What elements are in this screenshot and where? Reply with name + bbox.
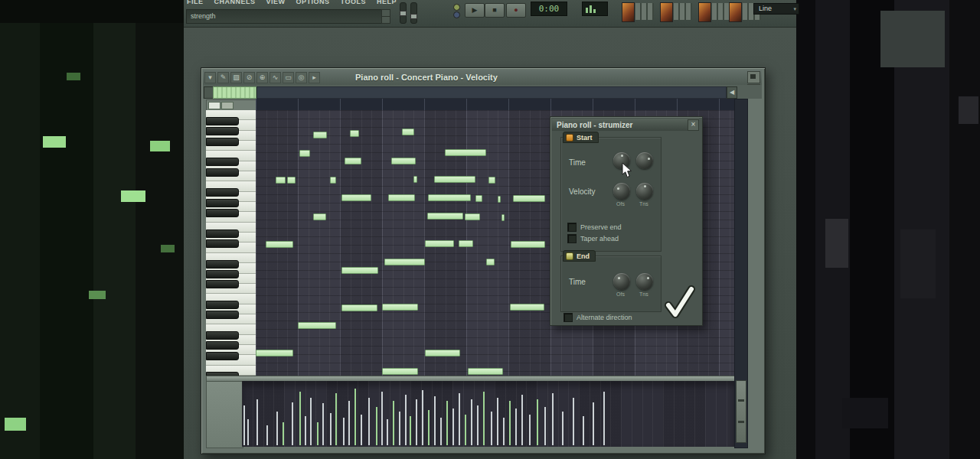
note[interactable]: [330, 177, 336, 184]
piano-key-black[interactable]: [206, 158, 239, 166]
note[interactable]: [402, 129, 414, 135]
piano-key-black[interactable]: [206, 230, 239, 238]
play-button[interactable]: ▶: [465, 3, 485, 18]
note[interactable]: [413, 176, 417, 183]
piano-key-black[interactable]: [206, 270, 239, 278]
note[interactable]: [498, 196, 501, 203]
note[interactable]: [510, 304, 544, 311]
note[interactable]: [513, 195, 545, 202]
note[interactable]: [488, 177, 495, 184]
note[interactable]: [299, 150, 310, 157]
timeline-ruler[interactable]: [256, 99, 734, 111]
main-pitch-slider[interactable]: [410, 2, 417, 24]
note[interactable]: [501, 214, 505, 221]
menu-item-help[interactable]: HELP: [377, 0, 397, 6]
note[interactable]: [382, 304, 418, 311]
horizontal-zoom-slider[interactable]: [213, 86, 256, 99]
note[interactable]: [276, 177, 286, 184]
menu-item-tools[interactable]: TOOLS: [341, 0, 366, 6]
snap-selector[interactable]: Line ▾: [753, 3, 799, 15]
piano-key-black[interactable]: [206, 199, 239, 207]
preserve-end-checkbox[interactable]: Preserve end: [567, 223, 622, 232]
note[interactable]: [287, 177, 296, 184]
note[interactable]: [341, 304, 377, 311]
slice-tool-icon[interactable]: ∿: [270, 72, 281, 83]
main-volume-slider[interactable]: [400, 2, 407, 24]
note[interactable]: [382, 368, 418, 375]
paint-tool-icon[interactable]: ▨: [230, 72, 242, 83]
draw-tool-icon[interactable]: ✎: [217, 72, 229, 83]
stop-button[interactable]: ■: [485, 3, 505, 18]
note[interactable]: [341, 194, 371, 201]
menu-item-view[interactable]: VIEW: [266, 0, 286, 6]
piano-roll-titlebar[interactable]: ▾✎▨⊘⊕∿▭◎▸ Piano roll - Concert Piano - V…: [203, 70, 762, 85]
shortcut-cluster-stepseq[interactable]: [660, 2, 694, 22]
menu-icon[interactable]: ▾: [204, 72, 216, 83]
note[interactable]: [425, 240, 454, 247]
start-time-tension-knob[interactable]: [636, 152, 653, 169]
end-time-tension-knob[interactable]: [636, 273, 653, 290]
zoom-tool-icon[interactable]: ◎: [296, 72, 307, 83]
piano-key-black[interactable]: [206, 301, 239, 309]
strumizer-titlebar[interactable]: Piano roll - strumizer: [552, 119, 699, 131]
piano-key-black[interactable]: [206, 311, 239, 319]
menu-item-channels[interactable]: CHANNELS: [214, 0, 256, 6]
horizontal-scrollbar[interactable]: [256, 86, 727, 99]
note[interactable]: [345, 158, 361, 164]
note[interactable]: [486, 259, 495, 265]
accept-button[interactable]: [662, 285, 696, 319]
end-time-offset-knob[interactable]: [613, 273, 630, 290]
song-mode-led[interactable]: [453, 11, 460, 18]
close-icon[interactable]: ×: [688, 119, 699, 131]
piano-key-black[interactable]: [206, 209, 239, 217]
control-lane-selector[interactable]: [206, 381, 243, 448]
menu-item-options[interactable]: OPTIONS: [296, 0, 330, 6]
scroll-right-button[interactable]: ◀: [727, 86, 737, 99]
pattern-mode-led[interactable]: [453, 4, 460, 11]
piano-key-black[interactable]: [206, 341, 239, 350]
piano-key-black[interactable]: [206, 260, 239, 269]
mute-tool-icon[interactable]: ⊕: [256, 72, 268, 83]
alternate-direction-checkbox[interactable]: Alternate direction: [564, 313, 632, 322]
note[interactable]: [465, 213, 480, 220]
select-tool-icon[interactable]: ▭: [283, 72, 294, 83]
hint-side-button2[interactable]: [381, 16, 390, 24]
piano-key-black[interactable]: [206, 280, 239, 288]
piano-key-black[interactable]: [206, 188, 239, 197]
note[interactable]: [313, 213, 326, 220]
taper-ahead-checkbox[interactable]: Taper ahead: [567, 234, 619, 243]
piano-key-black[interactable]: [206, 117, 239, 125]
note[interactable]: [459, 240, 473, 247]
note[interactable]: [428, 194, 471, 201]
note[interactable]: [313, 132, 327, 138]
note[interactable]: [434, 176, 475, 183]
velocity-lane[interactable]: [242, 381, 734, 447]
note[interactable]: [511, 241, 545, 248]
vertical-scrollbar-handle[interactable]: [736, 380, 746, 443]
note[interactable]: [445, 149, 486, 156]
note[interactable]: [427, 213, 463, 220]
note[interactable]: [341, 267, 378, 274]
shortcut-cluster-pianoroll[interactable]: [698, 2, 732, 22]
piano-key-black[interactable]: [206, 138, 239, 146]
record-button[interactable]: ●: [506, 3, 526, 18]
piano-key-black[interactable]: [206, 331, 239, 340]
note[interactable]: [298, 322, 336, 329]
delete-tool-icon[interactable]: ⊘: [243, 72, 255, 83]
menu-item-file[interactable]: FILE: [187, 0, 204, 6]
piano-key-black[interactable]: [206, 168, 239, 177]
vertical-scrollbar[interactable]: [734, 99, 748, 448]
note[interactable]: [266, 241, 293, 248]
note[interactable]: [468, 368, 503, 375]
start-velocity-tension-knob[interactable]: [636, 183, 653, 200]
note[interactable]: [425, 350, 460, 356]
note[interactable]: [384, 259, 425, 265]
shortcut-cluster-playlist[interactable]: [622, 2, 655, 22]
piano-key-black[interactable]: [206, 127, 239, 135]
note[interactable]: [350, 130, 359, 137]
note[interactable]: [256, 350, 293, 356]
note[interactable]: [388, 194, 415, 201]
start-velocity-offset-knob[interactable]: [613, 183, 630, 200]
maximize-button[interactable]: [747, 71, 760, 83]
note[interactable]: [475, 195, 482, 202]
